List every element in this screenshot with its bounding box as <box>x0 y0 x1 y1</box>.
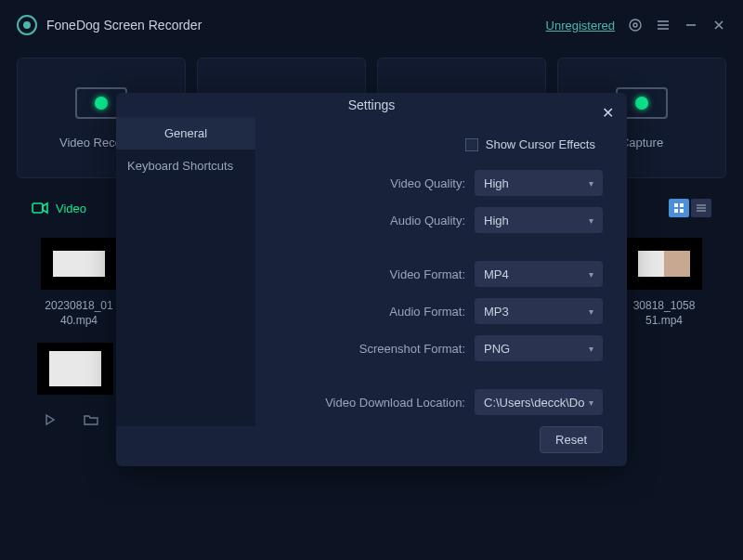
audio-format-row: Audio Format: MP3 ▾ <box>267 298 603 324</box>
header-left: FoneDog Screen Recorder <box>17 15 202 35</box>
settings-sidebar: General Keyboard Shortcuts <box>116 117 255 426</box>
select-value: MP3 <box>484 305 509 319</box>
app-header: FoneDog Screen Recorder Unregistered <box>0 0 743 50</box>
chevron-down-icon: ▾ <box>589 269 593 280</box>
download-location-row: Video Download Location: C:\Users\decck\… <box>267 389 603 415</box>
show-cursor-row: Show Cursor Effects <box>267 137 603 151</box>
form-label: Screenshot Format: <box>359 342 465 356</box>
header-right: Unregistered <box>546 18 726 33</box>
form-label: Video Download Location: <box>325 396 465 410</box>
chevron-down-icon: ▾ <box>589 215 593 226</box>
audio-format-select[interactable]: MP3 ▾ <box>475 298 603 324</box>
gear-icon[interactable] <box>628 18 643 33</box>
app-title: FoneDog Screen Recorder <box>46 18 202 33</box>
view-toggles <box>669 199 711 217</box>
grid-icon <box>673 202 684 214</box>
screenshot-format-row: Screenshot Format: PNG ▾ <box>267 335 603 361</box>
video-quality-select[interactable]: High ▾ <box>475 170 603 196</box>
library-tabs: Video <box>32 202 86 215</box>
svg-point-0 <box>630 20 641 31</box>
video-format-row: Video Format: MP4 ▾ <box>267 261 603 287</box>
settings-modal: Settings ✕ General Keyboard Shortcuts Sh… <box>116 93 627 466</box>
play-icon[interactable] <box>43 413 58 428</box>
select-value: High <box>484 214 509 228</box>
tab-label: Video <box>56 202 86 215</box>
show-cursor-label: Show Cursor Effects <box>486 137 595 151</box>
chevron-down-icon: ▾ <box>589 306 593 317</box>
form-label: Video Quality: <box>390 176 465 190</box>
chevron-down-icon: ▾ <box>589 397 593 408</box>
form-label: Audio Format: <box>389 305 465 319</box>
select-value: PNG <box>484 342 510 356</box>
form-label: Video Format: <box>390 267 465 281</box>
audio-quality-select[interactable]: High ▾ <box>475 207 603 233</box>
screenshot-format-select[interactable]: PNG ▾ <box>475 335 603 361</box>
sidebar-item-shortcuts[interactable]: Keyboard Shortcuts <box>116 150 255 182</box>
tab-video[interactable]: Video <box>32 202 86 215</box>
svg-rect-12 <box>680 209 684 213</box>
minimize-icon[interactable] <box>684 18 698 33</box>
list-item[interactable]: 20230818_01 40.mp4 <box>37 238 121 328</box>
sidebar-item-general[interactable]: General <box>116 117 255 150</box>
settings-content: Show Cursor Effects Video Quality: High … <box>255 117 627 426</box>
thumbnail <box>626 238 702 290</box>
svg-rect-10 <box>680 203 684 207</box>
file-name: 20230818_01 40.mp4 <box>45 299 112 328</box>
form-label: Audio Quality: <box>390 214 465 228</box>
chevron-down-icon: ▾ <box>589 344 593 354</box>
show-cursor-checkbox[interactable] <box>465 138 478 151</box>
file-name: 30818_1058 51.mp4 <box>633 299 696 328</box>
video-icon <box>32 202 48 215</box>
svg-point-1 <box>633 23 637 27</box>
list-view-button[interactable] <box>691 199 711 217</box>
modal-title: Settings <box>348 98 396 112</box>
menu-icon[interactable] <box>656 18 671 33</box>
grid-view-button[interactable] <box>669 199 689 217</box>
folder-icon[interactable] <box>84 413 98 428</box>
list-item[interactable]: 30818_1058 51.mp4 <box>622 238 706 328</box>
audio-quality-row: Audio Quality: High ▾ <box>267 207 603 233</box>
download-location-select[interactable]: C:\Users\decck\Do ▾ <box>475 389 603 415</box>
modal-header: Settings ✕ <box>116 93 627 117</box>
video-format-select[interactable]: MP4 ▾ <box>475 261 603 287</box>
video-quality-row: Video Quality: High ▾ <box>267 170 603 196</box>
select-value: C:\Users\decck\Do <box>484 396 584 410</box>
svg-rect-8 <box>33 203 43 213</box>
chevron-down-icon: ▾ <box>589 178 593 189</box>
svg-rect-11 <box>674 209 678 213</box>
svg-rect-9 <box>674 203 678 207</box>
app-logo-icon <box>17 15 37 35</box>
close-icon[interactable]: ✕ <box>602 104 614 122</box>
thumbnail[interactable] <box>37 343 113 395</box>
modal-footer: Reset <box>116 426 627 466</box>
unregistered-link[interactable]: Unregistered <box>546 19 615 33</box>
reset-button[interactable]: Reset <box>540 426 603 453</box>
thumbnail <box>41 238 117 290</box>
select-value: MP4 <box>484 267 509 281</box>
list-icon <box>696 202 707 214</box>
modal-body: General Keyboard Shortcuts Show Cursor E… <box>116 117 627 426</box>
close-icon[interactable] <box>711 18 726 33</box>
select-value: High <box>484 176 509 190</box>
